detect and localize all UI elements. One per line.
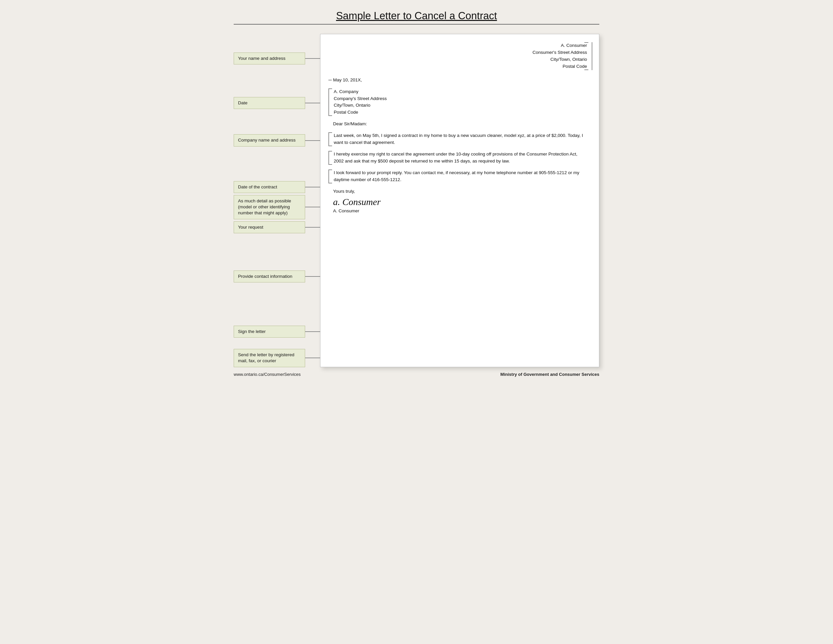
label-your-request: Your request [234, 221, 320, 233]
footer-bar: www.ontario.ca/ConsumerServices Ministry… [234, 372, 599, 377]
label-box-send-letter: Send the letter by registered mail, fax,… [234, 349, 305, 367]
page-title-wrap: Sample Letter to Cancel a Contract [234, 10, 599, 24]
recipient-city: City/Town, Ontario [334, 102, 587, 109]
footer-website: www.ontario.ca/ConsumerServices [234, 372, 301, 377]
salutation: Dear Sir/Madam: [328, 120, 587, 128]
connector-your-name [305, 58, 320, 59]
body-text-1: Last week, on May 5th, I signed a contra… [334, 133, 583, 145]
body-text-3: I look forward to your prompt reply. You… [334, 170, 579, 182]
label-box-contact-info: Provide contact information [234, 270, 305, 283]
recipient-street: Company's Street Address [334, 95, 587, 102]
sender-postal: Postal Code [328, 63, 587, 70]
date-tick-left [328, 80, 332, 80]
sender-bracket-line [592, 42, 592, 70]
label-sign-letter: Sign the letter [234, 326, 320, 337]
diagram-container: Your name and address Date Company name … [234, 34, 599, 367]
title-divider [234, 24, 599, 24]
sender-bracket-top [584, 42, 589, 43]
recipient-company: A. Company [334, 88, 587, 95]
labels-column: Your name and address Date Company name … [234, 34, 320, 367]
label-box-model-detail: As much detail as possible (model or oth… [234, 195, 305, 219]
body-paragraph-3: I look forward to your prompt reply. You… [328, 169, 587, 183]
connector-your-request [305, 227, 320, 228]
connector-model-detail [305, 207, 320, 207]
label-box-date-contract: Date of the contract [234, 181, 305, 193]
label-box-your-request: Your request [234, 221, 305, 233]
label-contact-info: Provide contact information [234, 270, 320, 283]
letter-document: A. Consumer Consumer's Street Address Ci… [320, 34, 599, 367]
label-model-detail: As much detail as possible (model or oth… [234, 195, 320, 219]
signature-cursive: a. Consumer [333, 197, 587, 207]
letter-date: May 10, 201X, [333, 77, 362, 82]
label-date-contract: Date of the contract [234, 181, 320, 193]
label-company: Company name and address [234, 134, 320, 146]
connector-date-contract [305, 187, 320, 188]
recipient-block: A. Company Company's Street Address City… [328, 88, 587, 116]
sender-street: Consumer's Street Address [328, 49, 587, 56]
label-box-company: Company name and address [234, 134, 305, 146]
body-paragraph-1: Last week, on May 5th, I signed a contra… [328, 132, 587, 146]
label-box-date: Date [234, 97, 305, 109]
recipient-postal: Postal Code [334, 109, 587, 116]
signature-block: a. Consumer A. Consumer [328, 197, 587, 215]
sender-city: City/Town, Ontario [328, 56, 587, 63]
connector-send-letter [305, 358, 320, 358]
connector-date [305, 103, 320, 103]
body-paragraph-2: I hereby exercise my right to cancel the… [328, 151, 587, 165]
connector-contact-info [305, 276, 320, 277]
closing: Yours truly, [328, 188, 587, 195]
sender-block: A. Consumer Consumer's Street Address Ci… [328, 42, 587, 70]
sender-name: A. Consumer [328, 42, 587, 49]
label-box-your-name: Your name and address [234, 53, 305, 64]
label-your-name: Your name and address [234, 53, 320, 64]
label-box-sign-letter: Sign the letter [234, 326, 305, 337]
connector-company [305, 140, 320, 141]
connector-sign-letter [305, 331, 320, 332]
label-send-letter: Send the letter by registered mail, fax,… [234, 349, 320, 367]
page-title: Sample Letter to Cancel a Contract [234, 10, 599, 22]
footer-ministry: Ministry of Government and Consumer Serv… [500, 372, 599, 377]
signatory-name: A. Consumer [333, 208, 587, 215]
date-line: May 10, 201X, [328, 77, 587, 84]
sender-bracket-bottom [584, 69, 589, 70]
label-date: Date [234, 97, 320, 109]
body-text-2: I hereby exercise my right to cancel the… [334, 151, 577, 164]
